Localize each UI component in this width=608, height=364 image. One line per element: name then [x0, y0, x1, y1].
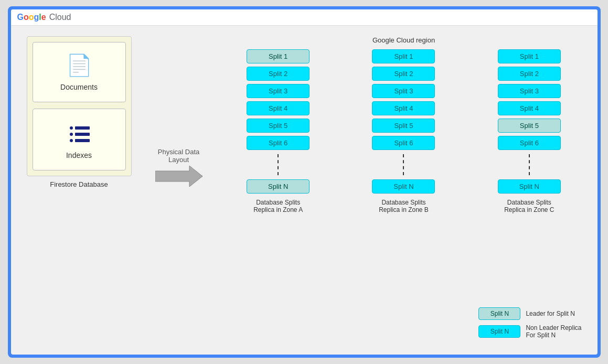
zone-a-split2: Split 2	[247, 67, 310, 81]
documents-label: Documents	[60, 83, 98, 91]
zone-c-split2: Split 2	[498, 67, 561, 81]
svg-point-0	[70, 126, 73, 130]
zone-c-split4: Split 4	[498, 101, 561, 115]
svg-rect-3	[75, 133, 90, 136]
right-panel: Google Cloud region Split 1 Split 2 Spli…	[221, 36, 587, 340]
legend: Split N Leader for Split N Split N Non L…	[478, 307, 581, 339]
svg-point-4	[70, 139, 73, 142]
svg-rect-5	[75, 139, 90, 142]
zone-a-split5: Split 5	[247, 119, 310, 133]
legend-leader-box: Split N	[478, 307, 520, 320]
cloud-label: Cloud	[49, 13, 71, 22]
zone-c-splitn: Split N	[498, 179, 561, 194]
zone-c-split5: Split 5	[498, 119, 561, 133]
indexes-label: Indexes	[66, 151, 92, 159]
left-panel: 📄 Documents Indexes	[22, 36, 137, 340]
legend-leader-label: Leader for Split N	[526, 310, 574, 317]
zone-b-splitn: Split N	[372, 179, 435, 194]
zone-b-split3: Split 3	[372, 84, 435, 98]
zone-a-name: Database SplitsReplica in Zone A	[253, 199, 303, 213]
zone-c-split3: Split 3	[498, 84, 561, 98]
indexes-icon	[66, 120, 92, 146]
inner-frame: Google Cloud 📄 Documents	[11, 9, 598, 355]
content-area: 📄 Documents Indexes	[11, 26, 598, 351]
zone-c-dashed-line	[529, 154, 530, 175]
header-bar: Google Cloud	[11, 9, 598, 26]
legend-replica-box: Split N	[478, 325, 520, 338]
google-logo: Google	[17, 13, 46, 22]
svg-rect-1	[75, 126, 90, 130]
outer-frame: Google Cloud 📄 Documents	[8, 6, 601, 358]
zone-c-name: Database SplitsReplica in Zone C	[504, 199, 554, 213]
document-icon: 📄	[66, 53, 92, 78]
zone-b-column: Split 1 Split 2 Split 3 Split 4 Split 5 …	[346, 49, 461, 340]
zone-a-split3: Split 3	[247, 84, 310, 98]
arrow-label: Physical Data Layout	[158, 148, 199, 164]
zone-c-column: Split 1 Split 2 Split 3 Split 4 Split 5 …	[472, 49, 586, 340]
zone-a-split4: Split 4	[247, 101, 310, 115]
zone-b-split1: Split 1	[372, 49, 435, 63]
zone-b-name: Database SplitsReplica in Zone B	[379, 199, 429, 213]
db-container: 📄 Documents Indexes	[27, 36, 132, 176]
zone-a-column: Split 1 Split 2 Split 3 Split 4 Split 5 …	[221, 49, 336, 340]
svg-point-2	[70, 133, 73, 136]
zone-b-split6: Split 6	[372, 136, 435, 150]
firestore-label: Firestore Database	[50, 180, 108, 188]
zone-c-split6: Split 6	[498, 136, 561, 150]
zone-b-split4: Split 4	[372, 101, 435, 115]
zone-a-dashed-line	[278, 154, 279, 175]
zones-container: Split 1 Split 2 Split 3 Split 4 Split 5 …	[221, 49, 587, 340]
documents-box: 📄 Documents	[33, 42, 126, 102]
zone-b-split5: Split 5	[372, 119, 435, 133]
svg-marker-6	[155, 166, 202, 187]
indexes-box: Indexes	[33, 109, 126, 170]
legend-item-leader: Split N Leader for Split N	[478, 307, 581, 320]
arrow-icon	[155, 166, 202, 187]
legend-item-replica: Split N Non Leader ReplicaFor Split N	[478, 324, 581, 339]
zone-b-dashed-line	[403, 154, 404, 175]
zone-c-split1: Split 1	[498, 49, 561, 63]
arrow-area: Physical Data Layout	[147, 36, 210, 340]
legend-replica-label: Non Leader ReplicaFor Split N	[526, 324, 581, 339]
zone-a-split1: Split 1	[247, 49, 310, 63]
zone-b-split2: Split 2	[372, 67, 435, 81]
zone-a-splitn: Split N	[247, 179, 310, 194]
region-label: Google Cloud region	[221, 36, 587, 44]
zone-a-split6: Split 6	[247, 136, 310, 150]
